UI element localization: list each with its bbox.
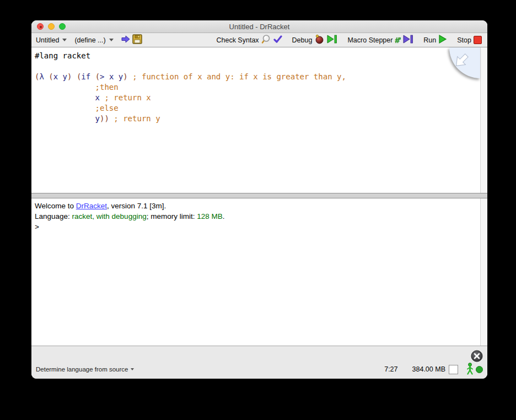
interactions-scrollbar[interactable] — [480, 198, 487, 346]
text-segment: if — [81, 72, 90, 81]
definitions-code[interactable]: #lang racket (λ (x y) (if (> x y) ; func… — [31, 47, 487, 124]
interactions-pane[interactable]: Welcome to DrRacket, version 7.1 [3m].La… — [31, 198, 487, 346]
text-segment: , version 7.1 [3m]. — [107, 202, 166, 210]
pane-divider[interactable] — [31, 193, 487, 198]
debug-step-icon — [326, 35, 337, 45]
text-segment: ( — [95, 72, 100, 81]
text-segment: x — [95, 93, 100, 102]
text-segment: ; memory limit: — [147, 212, 197, 220]
save-button[interactable] — [121, 34, 142, 46]
define-dropdown-label: (define ...) — [74, 36, 105, 44]
text-segment: y — [95, 114, 100, 123]
text-segment: ; return x — [104, 93, 150, 102]
text-segment: 128 MB — [197, 212, 223, 220]
run-label: Run — [423, 36, 436, 44]
minimize-button[interactable] — [48, 23, 55, 30]
debug-label: Debug — [292, 36, 313, 44]
code-line: ;else — [35, 103, 487, 114]
status-dot-icon — [476, 366, 483, 373]
text-segment: ;else — [95, 104, 119, 112]
text-segment — [35, 93, 95, 102]
chevron-down-icon — [109, 39, 114, 41]
text-segment: Language: — [35, 212, 72, 220]
repl-prompt: > — [35, 223, 39, 231]
text-segment: #lang racket — [35, 51, 90, 60]
macro-stepper-button[interactable]: Macro Stepper #' — [347, 35, 413, 45]
check-syntax-label: Check Syntax — [216, 36, 259, 44]
text-segment: > x y — [100, 72, 123, 81]
text-segment: λ — [39, 72, 44, 81]
text-segment — [35, 104, 95, 112]
forward-arrow-icon — [121, 35, 130, 45]
code-line: #lang racket — [35, 51, 487, 61]
collapse-arrow-icon — [451, 50, 472, 71]
check-syntax-button[interactable]: Check Syntax — [216, 34, 282, 46]
toolbar: Untitled (define ...) — [31, 33, 487, 47]
time-indicator: 7:27 — [384, 365, 397, 373]
text-segment: x y — [53, 72, 67, 81]
text-segment — [128, 72, 132, 81]
magnifier-icon — [261, 34, 271, 46]
interactions-line: > — [35, 222, 487, 232]
macro-stepper-label: Macro Stepper — [347, 36, 393, 44]
text-segment: ;then — [95, 83, 119, 91]
stickman-icon — [466, 363, 474, 376]
file-dropdown[interactable]: Untitled — [36, 36, 67, 44]
interactions-text: Welcome to DrRacket, version 7.1 [3m].La… — [31, 198, 487, 232]
interactions-line: Language: racket, with debugging; memory… — [35, 211, 487, 222]
debug-button[interactable]: Debug — [292, 34, 338, 46]
status-area: Determine language from source 7:27 384.… — [31, 346, 487, 379]
code-line: y)) ; return y — [35, 114, 487, 124]
code-line: ;then — [35, 82, 487, 93]
close-button[interactable] — [37, 23, 44, 30]
text-segment: )) — [100, 114, 109, 123]
run-icon — [438, 35, 447, 45]
text-segment: Welcome to — [35, 202, 76, 210]
language-selector[interactable]: Determine language from source — [36, 366, 134, 373]
bomb-icon — [314, 34, 324, 46]
text-segment: ( — [49, 72, 53, 81]
code-line: x ; return x — [35, 93, 487, 103]
text-segment: racket, with debugging — [72, 212, 147, 220]
hash-quote-icon: #' — [395, 35, 400, 45]
chevron-down-icon — [62, 39, 67, 41]
drracket-window: Untitled - DrRacket Untitled (define ...… — [31, 20, 487, 379]
text-segment: ) — [123, 72, 127, 81]
drracket-link[interactable]: DrRacket — [76, 202, 107, 210]
break-button[interactable] — [471, 350, 483, 362]
stop-button[interactable]: Stop — [457, 36, 482, 44]
text-segment: . — [223, 212, 225, 220]
language-selector-label: Determine language from source — [36, 366, 128, 373]
floppy-disk-icon — [132, 34, 142, 46]
status-bar: Determine language from source 7:27 384.… — [31, 363, 487, 376]
gc-indicator-box[interactable] — [449, 365, 458, 374]
text-segment — [35, 83, 95, 91]
stop-label: Stop — [457, 36, 471, 44]
code-line — [35, 61, 487, 72]
run-button[interactable]: Run — [423, 35, 447, 45]
define-dropdown[interactable]: (define ...) — [74, 36, 113, 44]
text-segment: ; return y — [114, 114, 160, 123]
title-bar: Untitled - DrRacket — [31, 20, 487, 33]
zoom-button[interactable] — [59, 23, 66, 30]
code-line: (λ (x y) (if (> x y) ; function of x and… — [35, 72, 487, 82]
text-segment — [72, 72, 76, 81]
text-segment — [90, 72, 95, 81]
definitions-pane[interactable]: #lang racket (λ (x y) (if (> x y) ; func… — [31, 47, 487, 193]
circle-x-icon — [471, 350, 483, 362]
text-segment — [35, 114, 95, 123]
chevron-down-icon — [131, 368, 134, 370]
stop-icon — [474, 36, 482, 44]
macro-step-icon — [402, 35, 413, 45]
window-title: Untitled - DrRacket — [229, 23, 290, 31]
text-segment: ; function of x and y: if x is greater t… — [132, 72, 346, 81]
traffic-lights — [37, 20, 66, 33]
memory-indicator: 384.00 MB — [412, 365, 445, 373]
check-mark-icon — [273, 35, 282, 45]
interactions-line: Welcome to DrRacket, version 7.1 [3m]. — [35, 201, 487, 211]
definitions-scrollbar[interactable] — [480, 47, 487, 193]
file-dropdown-label: Untitled — [36, 36, 59, 44]
